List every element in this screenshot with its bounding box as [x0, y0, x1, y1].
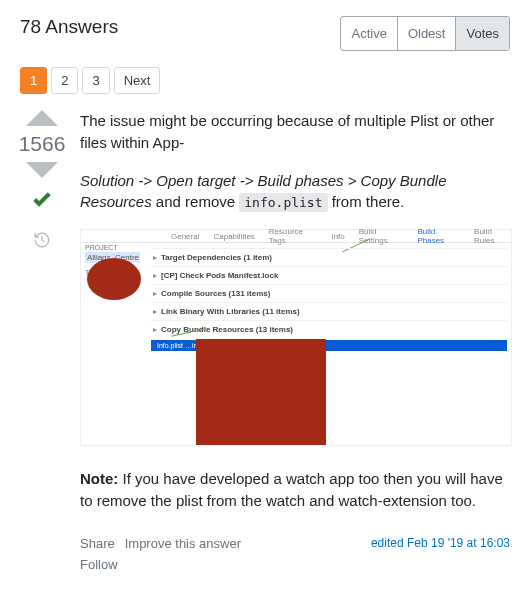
page-2[interactable]: 2	[51, 67, 78, 94]
xcode-screenshot: General Capabilities Resource Tags Info …	[80, 229, 512, 446]
note-label: Note:	[80, 470, 118, 487]
annotation-oval	[87, 258, 141, 300]
accepted-check-icon	[25, 188, 59, 217]
tab-oldest[interactable]: Oldest	[397, 17, 456, 50]
page-3[interactable]: 3	[82, 67, 109, 94]
paragraph-solution: Solution -> Open target -> Build phases …	[80, 170, 510, 214]
downvote-button[interactable]	[26, 162, 58, 178]
history-icon[interactable]	[33, 231, 51, 252]
page-1[interactable]: 1	[20, 67, 47, 94]
sort-tabs: Active Oldest Votes	[340, 16, 510, 51]
annotation-rect	[196, 339, 326, 445]
code-info-plist: info.plist	[239, 193, 327, 212]
vote-cell: 1566	[20, 110, 64, 572]
share-link[interactable]: Share	[80, 536, 115, 551]
edited-link[interactable]: edited Feb 19 '19 at 16:03	[371, 536, 510, 550]
answer-body: The issue might be occurring because of …	[80, 110, 510, 572]
pager: 1 2 3 Next	[20, 67, 510, 94]
answers-heading: 78 Answers	[20, 16, 118, 38]
vote-count: 1566	[19, 132, 66, 156]
tab-votes[interactable]: Votes	[455, 17, 509, 50]
page-next[interactable]: Next	[114, 67, 161, 94]
tab-active[interactable]: Active	[341, 17, 396, 50]
follow-link[interactable]: Follow	[80, 557, 241, 572]
paragraph-intro: The issue might be occurring because of …	[80, 110, 510, 154]
paragraph-note: Note: If you have developed a watch app …	[80, 468, 510, 512]
upvote-button[interactable]	[26, 110, 58, 126]
improve-link[interactable]: Improve this answer	[125, 536, 241, 551]
